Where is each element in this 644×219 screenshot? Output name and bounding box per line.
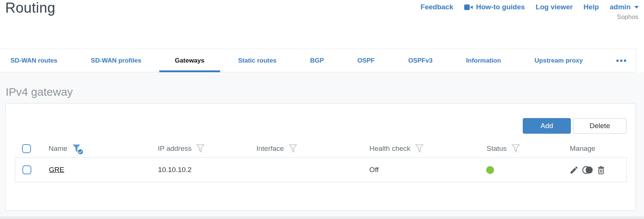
feedback-link[interactable]: Feedback [421, 3, 453, 11]
interface-filter-icon[interactable] [289, 144, 297, 153]
table-row: GRE 10.10.10.2 Off [15, 158, 627, 182]
health-check-filter-icon[interactable] [415, 144, 423, 153]
row-checkbox[interactable] [22, 165, 31, 174]
table-toolbar: Add Delete [523, 118, 626, 134]
gateway-name-link[interactable]: GRE [49, 166, 64, 174]
column-header-manage: Manage [570, 145, 595, 153]
ellipsis-icon [616, 60, 626, 62]
gateway-ip-address: 10.10.10.2 [158, 166, 192, 174]
select-all-checkbox[interactable] [22, 144, 31, 153]
log-viewer-link[interactable]: Log viewer [536, 3, 573, 11]
tab-sd-wan-routes[interactable]: SD-WAN routes [10, 49, 57, 72]
content-area: IPv4 gateway Add Delete Name IP addres [0, 72, 644, 219]
top-header: Routing Feedback How-to guides Log viewe… [0, 0, 644, 49]
caret-down-icon [634, 6, 639, 9]
tab-bar: SD-WAN routes SD-WAN profiles Gateways S… [0, 49, 636, 72]
filter-check-badge [78, 149, 83, 155]
add-button[interactable]: Add [523, 118, 571, 134]
tab-information[interactable]: Information [466, 49, 501, 72]
help-link[interactable]: Help [584, 3, 599, 11]
delete-trash-icon[interactable] [597, 165, 606, 175]
more-tabs-button[interactable] [616, 49, 626, 72]
name-filter-active-icon[interactable] [72, 144, 81, 153]
admin-menu[interactable]: admin [610, 3, 639, 11]
tab-sd-wan-profiles[interactable]: SD-WAN profiles [91, 49, 141, 72]
ip-address-filter-icon[interactable] [196, 144, 204, 153]
tab-ospfv3[interactable]: OSPFv3 [408, 49, 432, 72]
edit-pencil-icon[interactable] [569, 165, 579, 175]
tab-bgp[interactable]: BGP [310, 49, 324, 72]
gateway-health-check: Off [369, 166, 379, 174]
tab-upstream-proxy[interactable]: Upstream proxy [535, 49, 583, 72]
tab-gateways[interactable]: Gateways [175, 49, 204, 72]
gateway-table-card: Add Delete Name IP address [5, 103, 636, 211]
delete-button[interactable]: Delete [573, 118, 626, 134]
video-camera-icon [464, 4, 473, 10]
page-title: Routing [5, 0, 55, 16]
column-header-name: Name [49, 145, 68, 153]
brand-label: Sophos [617, 13, 638, 21]
bottom-scroll-strip [0, 216, 644, 219]
column-header-ip-address: IP address [158, 145, 191, 153]
tab-ospf[interactable]: OSPF [357, 49, 375, 72]
column-header-interface: Interface [256, 145, 284, 153]
toggle-active-icon[interactable] [582, 165, 593, 175]
table-header-row: Name IP address Interface [15, 140, 627, 158]
how-to-guides-link[interactable]: How-to guides [464, 3, 525, 11]
manage-actions [569, 165, 606, 175]
status-filter-icon[interactable] [512, 144, 520, 153]
header-links: Feedback How-to guides Log viewer Help a… [421, 3, 639, 11]
tab-static-routes[interactable]: Static routes [238, 49, 276, 72]
status-up-indicator [486, 166, 494, 174]
column-header-health-check: Health check [369, 145, 410, 153]
column-header-status: Status [487, 145, 507, 153]
section-heading: IPv4 gateway [6, 86, 73, 98]
